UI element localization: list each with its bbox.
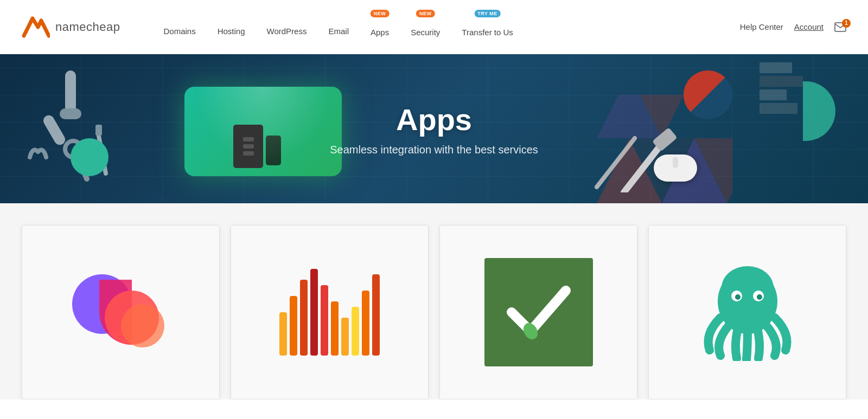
octopus-icon	[699, 263, 796, 361]
nav-item-apps[interactable]: NEW Apps	[360, 0, 400, 54]
nav-label-security: Security	[411, 28, 440, 37]
stripe-bar	[290, 296, 297, 356]
svg-rect-1	[65, 70, 76, 114]
mouse-icon	[654, 154, 697, 182]
mail-icon-wrap[interactable]: 1	[834, 22, 846, 32]
app-card-google-one[interactable]	[22, 225, 220, 399]
stripe-bar	[352, 307, 359, 356]
svg-point-22	[735, 294, 741, 300]
app-logo-google-one	[67, 258, 175, 366]
hero-title: Apps	[330, 102, 538, 137]
nav-item-email[interactable]: Email	[317, 0, 360, 54]
app-card-octopus[interactable]	[648, 225, 846, 399]
nav-label-domains: Domains	[163, 27, 195, 36]
account-link[interactable]: Account	[794, 22, 824, 31]
header-right: Help Center Account 1	[740, 22, 846, 32]
help-center-link[interactable]: Help Center	[740, 22, 783, 31]
app-card-evernote[interactable]	[439, 225, 637, 399]
stripe-bar	[372, 274, 380, 356]
svg-point-19	[722, 266, 774, 310]
account-label: Account	[794, 22, 824, 31]
app-card-inner-4	[649, 225, 846, 399]
stripe-bar	[310, 269, 318, 356]
apps-new-badge: NEW	[371, 10, 390, 17]
check-icon	[501, 274, 577, 350]
hero-banner: Apps Seamless integration with the best …	[0, 54, 868, 203]
go-orange-circle	[121, 304, 164, 347]
app-logo-octopus	[693, 258, 802, 366]
apps-section	[0, 203, 868, 399]
main-header: namecheap Domains Hosting WordPress Emai…	[0, 0, 868, 54]
nav-label-transfer: Transfer to Us	[462, 28, 513, 37]
mail-count-badge: 1	[842, 19, 851, 28]
app-logo-evernote	[484, 258, 593, 366]
nav-label-hosting: Hosting	[218, 27, 245, 36]
nav-item-hosting[interactable]: Hosting	[207, 0, 256, 54]
nav-label-apps: Apps	[371, 28, 389, 37]
robot-arm-icon	[16, 65, 125, 195]
check-bg	[484, 258, 593, 366]
stripe-bars	[279, 269, 380, 356]
nav-item-domains[interactable]: Domains	[152, 0, 206, 54]
stripe-bar	[321, 285, 328, 356]
stripe-bar	[331, 301, 339, 356]
app-card-stripe[interactable]	[231, 225, 429, 399]
apps-grid	[22, 225, 846, 399]
svg-line-16	[597, 138, 635, 187]
app-card-inner-3	[440, 225, 637, 399]
svg-rect-2	[60, 108, 81, 119]
gray-blocks	[760, 62, 803, 114]
app-logo-stripe	[276, 258, 384, 366]
svg-point-23	[757, 294, 762, 300]
stripe-bar	[341, 318, 349, 356]
main-nav: Domains Hosting WordPress Email NEW Apps…	[152, 0, 739, 54]
app-card-inner-1	[22, 225, 219, 399]
logo-text: namecheap	[55, 20, 120, 34]
teal-circle-decoration	[71, 138, 108, 176]
stripe-bar	[279, 312, 287, 356]
logo-link[interactable]: namecheap	[22, 15, 120, 39]
stripe-bar	[362, 291, 369, 356]
hero-subtitle: Seamless integration with the best servi…	[330, 144, 538, 156]
nav-label-email: Email	[328, 27, 349, 36]
small-device	[233, 125, 263, 168]
teal-half-circle	[803, 81, 835, 141]
svg-rect-7	[95, 125, 102, 136]
security-new-badge: NEW	[416, 10, 435, 17]
nav-item-wordpress[interactable]: WordPress	[256, 0, 318, 54]
stripe-bar	[300, 280, 308, 356]
nav-item-security[interactable]: NEW Security	[400, 0, 451, 54]
green-device	[184, 87, 342, 176]
transfer-tryme-badge: TRY ME	[474, 10, 501, 17]
app-card-inner-2	[231, 225, 428, 399]
namecheap-logo-icon	[22, 15, 50, 39]
hero-content: Apps Seamless integration with the best …	[330, 102, 538, 156]
nav-label-wordpress: WordPress	[267, 27, 307, 36]
nav-item-transfer[interactable]: TRY ME Transfer to Us	[451, 0, 524, 54]
